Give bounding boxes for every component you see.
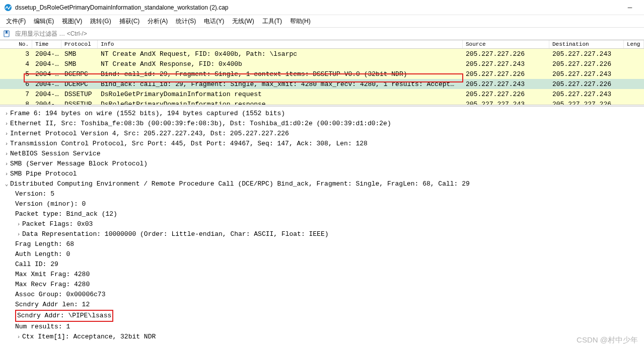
menu-file[interactable]: 文件(F) (2, 16, 30, 27)
expand-icon[interactable]: › (3, 139, 10, 149)
menu-telephony[interactable]: 电话(Y) (200, 16, 228, 27)
tree-ethernet[interactable]: ›Ethernet II, Src: Toshiba_fe:08:3b (00:… (3, 119, 641, 129)
highlight-annotation (24, 73, 463, 82)
field-ctx-item[interactable]: ›Ctx Item[1]: Acceptance, 32bit NDR (3, 332, 641, 342)
packet-details-pane[interactable]: ›Frame 6: 194 bytes on wire (1552 bits),… (0, 107, 644, 344)
menu-edit[interactable]: 编辑(E) (30, 16, 58, 27)
packet-row[interactable]: 42004-…SMBNT Create AndX Response, FID: … (0, 59, 644, 69)
cell-source: 205.227.227.226 (463, 50, 549, 58)
app-icon (4, 4, 12, 12)
field-packet-flags[interactable]: ›Packet Flags: 0x03 (3, 219, 641, 229)
cell-length (624, 104, 644, 105)
menu-statistics[interactable]: 统计(S) (172, 16, 200, 27)
tree-frame[interactable]: ›Frame 6: 194 bytes on wire (1552 bits),… (3, 109, 641, 119)
field-scndry-addr-len[interactable]: Scndry Addr len: 12 (3, 300, 641, 310)
col-header-source[interactable]: Source (463, 40, 549, 48)
cell-source: 205.227.227.226 (463, 70, 549, 78)
expand-icon[interactable]: › (3, 149, 10, 159)
cell-time: 2004-… (32, 90, 61, 99)
field-version[interactable]: Version: 5 (3, 189, 641, 199)
cell-protocol: DSSETUP (61, 100, 98, 105)
menu-tools[interactable]: 工具(T) (258, 16, 286, 27)
cell-length (624, 94, 644, 95)
menu-capture[interactable]: 捕获(C) (115, 16, 144, 27)
packet-list-header: No. Time Protocol Info Source Destinatio… (0, 40, 644, 49)
expand-icon[interactable]: › (15, 219, 22, 229)
field-scndry-addr[interactable]: Scndry Addr: \PIPE\lsass (3, 310, 641, 322)
cell-destination: 205.227.227.226 (549, 60, 624, 68)
cell-no: 3 (0, 50, 32, 58)
cell-source: 205.227.227.226 (463, 90, 549, 99)
tree-nbss[interactable]: ›NetBIOS Session Service (3, 149, 641, 159)
cell-info: NT Create AndX Response, FID: 0x400b (98, 60, 463, 68)
field-frag-length[interactable]: Frag Length: 68 (3, 239, 641, 249)
cell-protocol: SMB (61, 60, 98, 68)
cell-time: 2004-… (32, 60, 61, 68)
cell-destination: 205.227.227.243 (549, 90, 624, 99)
menu-view[interactable]: 视图(V) (58, 16, 86, 27)
field-version-minor[interactable]: Version (minor): 0 (3, 199, 641, 209)
col-header-protocol[interactable]: Protocol (61, 40, 98, 48)
packet-list-pane[interactable]: No. Time Protocol Info Source Destinatio… (0, 40, 644, 105)
cell-destination: 205.227.227.226 (549, 80, 624, 89)
cell-source: 205.227.227.243 (463, 60, 549, 68)
tree-smb[interactable]: ›SMB (Server Message Block Protocol) (3, 159, 641, 169)
cell-no: 7 (0, 90, 32, 99)
minimize-button[interactable]: ─ (620, 0, 640, 15)
expand-icon[interactable]: › (3, 109, 10, 119)
menu-analyze[interactable]: 分析(A) (144, 16, 172, 27)
bookmark-icon[interactable] (2, 29, 11, 38)
cell-length (624, 53, 644, 54)
cell-length (624, 63, 644, 64)
field-call-id[interactable]: Call ID: 29 (3, 259, 641, 270)
cell-time: 2004-… (32, 50, 61, 58)
collapse-icon[interactable]: ⌄ (3, 179, 10, 189)
cell-destination: 205.227.227.243 (549, 70, 624, 78)
tree-dcerpc[interactable]: ⌄Distributed Computing Environment / Rem… (3, 179, 641, 189)
cell-destination: 205.227.227.243 (549, 50, 624, 58)
tree-ip[interactable]: ›Internet Protocol Version 4, Src: 205.2… (3, 129, 641, 139)
expand-icon[interactable]: › (15, 332, 22, 342)
field-max-recv[interactable]: Max Recv Frag: 4280 (3, 280, 641, 290)
window-title: dssetup_DsRoleGetPrimaryDomainInformatio… (15, 4, 620, 11)
cell-length (624, 83, 644, 84)
expand-icon[interactable]: › (15, 229, 22, 239)
cell-source: 205.227.227.243 (463, 80, 549, 89)
col-header-no[interactable]: No. (0, 40, 32, 48)
col-header-info[interactable]: Info (98, 40, 463, 48)
cell-source: 205.227.227.243 (463, 100, 549, 105)
field-auth-length[interactable]: Auth Length: 0 (3, 249, 641, 259)
col-header-length[interactable]: Leng (624, 40, 644, 48)
packet-row[interactable]: 72004-…DSSETUPDsRoleGetPrimaryDomainInfo… (0, 89, 644, 99)
menu-help[interactable]: 帮助(H) (286, 16, 315, 27)
expand-icon[interactable]: › (3, 119, 10, 129)
menu-go[interactable]: 跳转(G) (86, 16, 115, 27)
cell-protocol: SMB (61, 50, 98, 58)
cell-protocol: DSSETUP (61, 90, 98, 99)
expand-icon[interactable]: › (3, 129, 10, 139)
col-header-time[interactable]: Time (32, 40, 61, 48)
tree-smb-pipe[interactable]: ›SMB Pipe Protocol (3, 169, 641, 179)
cell-destination: 205.227.227.226 (549, 100, 624, 105)
field-assoc-group[interactable]: Assoc Group: 0x00006c73 (3, 290, 641, 300)
cell-no: 4 (0, 60, 32, 68)
expand-icon[interactable]: › (3, 159, 10, 169)
cell-time: 2004-… (32, 100, 61, 105)
col-header-destination[interactable]: Destination (549, 40, 624, 48)
packet-row[interactable]: 82004-…DSSETUPDsRoleGetPrimaryDomainInfo… (0, 99, 644, 105)
cell-info: DsRoleGetPrimaryDomainInformation reques… (98, 90, 463, 99)
titlebar: dssetup_DsRoleGetPrimaryDomainInformatio… (0, 0, 644, 15)
display-filter-input[interactable] (13, 29, 642, 38)
packet-row[interactable]: 32004-…SMBNT Create AndX Request, FID: 0… (0, 49, 644, 59)
field-max-xmit[interactable]: Max Xmit Frag: 4280 (3, 270, 641, 280)
menu-wireless[interactable]: 无线(W) (228, 16, 258, 27)
expand-icon[interactable]: › (3, 169, 10, 179)
cell-length (624, 73, 644, 74)
field-num-results[interactable]: Num results: 1 (3, 322, 641, 332)
field-packet-type[interactable]: Packet type: Bind_ack (12) (3, 209, 641, 219)
menubar: 文件(F) 编辑(E) 视图(V) 跳转(G) 捕获(C) 分析(A) 统计(S… (0, 15, 644, 27)
cell-info: DsRoleGetPrimaryDomainInformation respon… (98, 100, 463, 105)
tree-tcp[interactable]: ›Transmission Control Protocol, Src Port… (3, 139, 641, 149)
field-data-representation[interactable]: ›Data Representation: 10000000 (Order: L… (3, 229, 641, 239)
filter-toolbar (0, 27, 644, 40)
